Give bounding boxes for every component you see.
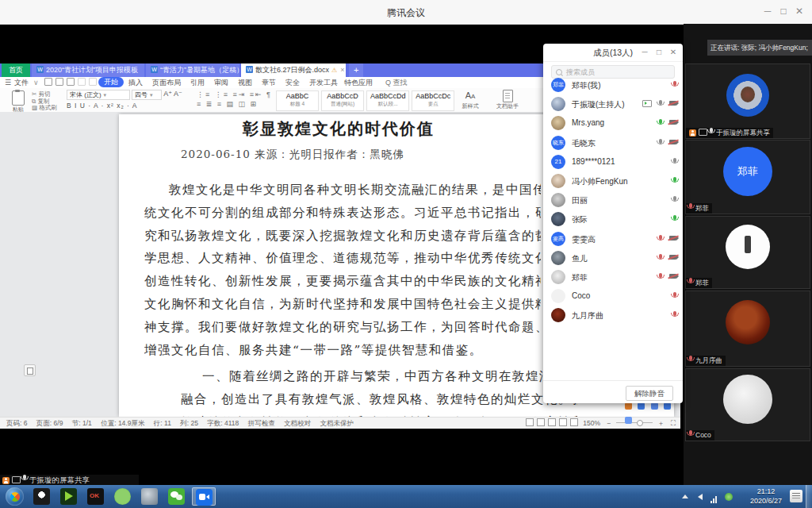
- font-name-select[interactable]: 宋体 (正文)▾: [67, 90, 130, 100]
- member-row[interactable]: 21 189****0121: [543, 152, 683, 171]
- close-icon[interactable]: ✕: [667, 48, 680, 56]
- member-row[interactable]: Mrs.yang: [543, 114, 683, 133]
- video-tile-screenshare[interactable]: 于振璇的屏幕共享: [685, 64, 810, 139]
- toolbar-icon[interactable]: [638, 402, 645, 410]
- mic-icon[interactable]: [673, 196, 676, 201]
- style-default[interactable]: AaBbCcDd默认段...: [366, 90, 409, 111]
- member-row[interactable]: 鱼儿: [543, 248, 683, 267]
- taskbar-app-wechat[interactable]: [165, 487, 189, 506]
- ribbon-tab-security[interactable]: 安全: [285, 77, 300, 88]
- video-tile[interactable]: 郑菲 郑菲: [685, 140, 810, 214]
- paste-button[interactable]: 粘贴: [6, 90, 30, 113]
- volume-icon[interactable]: [698, 494, 703, 500]
- doc-assistant-button[interactable]: 文档助手: [493, 90, 522, 110]
- mic-muted-icon[interactable]: [673, 81, 676, 86]
- member-row[interactable]: 晓东 毛晓东: [543, 133, 683, 152]
- unmute-button[interactable]: 解除静音: [626, 386, 673, 401]
- maximize-icon[interactable]: □: [653, 48, 665, 56]
- new-tab-button[interactable]: +: [349, 64, 363, 77]
- camera-off-icon[interactable]: [669, 274, 676, 279]
- format-painter-button[interactable]: ▨ 格式刷: [32, 105, 57, 112]
- wps-doc-tab-2[interactable]: W“青活力”暑期基地（定稿）: [146, 64, 239, 77]
- tab-close-icon[interactable]: ×: [340, 66, 344, 74]
- network-icon[interactable]: [710, 495, 718, 503]
- status-wordcount[interactable]: 字数: 4118: [207, 419, 239, 427]
- paste-options-floatie[interactable]: [24, 364, 36, 376]
- fullscreen-icon[interactable]: ⛶: [671, 419, 676, 427]
- video-tile[interactable]: 九月序曲: [685, 291, 810, 367]
- minimize-icon[interactable]: ─: [638, 48, 651, 56]
- ribbon-tab-pagelayout[interactable]: 页面布局: [152, 77, 181, 88]
- font-size-select[interactable]: 四号▾: [132, 90, 162, 100]
- zoom-slider-knob[interactable]: [637, 420, 643, 426]
- member-row[interactable]: 张际: [543, 210, 683, 229]
- ribbon-tab-references[interactable]: 引用: [190, 77, 205, 88]
- camera-off-icon[interactable]: [669, 101, 676, 106]
- find-button[interactable]: Q 查找: [385, 77, 408, 88]
- view-mode-icon[interactable]: [537, 418, 545, 426]
- wps-doc-tab-active[interactable]: W散文社6.27日例会.docx⚠×: [241, 64, 346, 77]
- toolbar-icon[interactable]: [625, 417, 632, 424]
- ribbon-tab-special[interactable]: 特色应用: [344, 77, 373, 88]
- member-row[interactable]: 郑菲 郑菲(我): [543, 75, 683, 94]
- hamburger-icon[interactable]: ☰: [5, 77, 11, 88]
- taskbar-app-camera[interactable]: [84, 487, 108, 506]
- minimize-icon[interactable]: ─: [760, 6, 776, 17]
- ime-icon[interactable]: [790, 490, 802, 502]
- view-mode-icon[interactable]: [548, 418, 556, 426]
- zoom-level[interactable]: 150%: [583, 419, 600, 427]
- view-mode-icon[interactable]: [526, 418, 534, 426]
- view-mode-icon[interactable]: [559, 418, 567, 426]
- taskbar-app-qq[interactable]: [30, 487, 54, 506]
- taskbar-app-tencent-meeting[interactable]: [192, 487, 216, 506]
- mic-muted-icon[interactable]: [659, 235, 662, 240]
- save-icon[interactable]: [44, 78, 52, 86]
- mic-icon[interactable]: [659, 100, 662, 105]
- paragraph-group[interactable]: ⋮≡ ⋮≡ ≡⇥ ≡⇤ ¶ ≡ ≣ ≡ ▤ ◫ ⊞: [197, 90, 272, 109]
- taskbar-app-360[interactable]: [111, 487, 135, 506]
- ribbon-tab-section[interactable]: 章节: [262, 77, 276, 88]
- spellcheck-toggle[interactable]: 拼写检查: [248, 419, 275, 427]
- format-tools-row[interactable]: B I U · A · x² x₂ · A: [67, 102, 182, 110]
- toolbar-icon[interactable]: [651, 402, 658, 410]
- grow-shrink-font-icons[interactable]: A⁺ A⁻: [163, 90, 182, 98]
- mic-muted-icon[interactable]: [659, 273, 662, 278]
- screen-share-icon[interactable]: [642, 100, 652, 107]
- mic-muted-icon[interactable]: [673, 292, 676, 297]
- member-row[interactable]: 田丽: [543, 190, 683, 210]
- mic-active-icon[interactable]: [659, 119, 662, 124]
- undo-icon[interactable]: [78, 78, 86, 86]
- file-menu[interactable]: 文件: [14, 77, 29, 88]
- style-normal-web[interactable]: AaBbCcD普通(网站): [321, 90, 364, 111]
- style-keypoint[interactable]: AaBbCcDc要点: [412, 90, 454, 111]
- redo-icon[interactable]: [89, 78, 97, 86]
- camera-off-icon[interactable]: [669, 255, 676, 260]
- mic-icon[interactable]: [659, 139, 662, 144]
- member-row[interactable]: Coco: [543, 287, 683, 306]
- preview-icon[interactable]: [67, 78, 75, 86]
- video-tile[interactable]: Coco: [685, 368, 810, 441]
- video-tile[interactable]: 郑菲: [685, 216, 810, 289]
- taskbar-app-gray[interactable]: [138, 487, 162, 506]
- camera-off-icon[interactable]: [669, 140, 676, 144]
- tray-expand-icon[interactable]: [682, 495, 688, 498]
- ribbon-tab-devtools[interactable]: 开发工具: [309, 77, 338, 88]
- ribbon-tab-review[interactable]: 审阅: [214, 77, 228, 88]
- wps-doc-tab-1[interactable]: W2020“青社计划”项目申报模板: [32, 64, 144, 77]
- maximize-icon[interactable]: □: [776, 6, 791, 17]
- close-icon[interactable]: ✕: [791, 6, 807, 17]
- print-icon[interactable]: [56, 78, 63, 86]
- ribbon-tab-home[interactable]: 开始: [98, 77, 124, 87]
- camera-off-icon[interactable]: [669, 236, 676, 241]
- taskbar-app-player[interactable]: [57, 487, 81, 506]
- member-row[interactable]: 雯高 雯雯高: [543, 229, 683, 248]
- toolbar-icon[interactable]: [625, 402, 632, 410]
- new-style-button[interactable]: AA 新样式: [457, 90, 484, 110]
- mic-icon[interactable]: [673, 158, 676, 163]
- style-heading4[interactable]: AaBbC标题 4: [276, 90, 319, 111]
- taskbar-clock[interactable]: 21:12 2020/6/27: [750, 487, 782, 506]
- zoom-in-button[interactable]: ＋: [657, 419, 665, 427]
- ribbon-tab-insert[interactable]: 插入: [128, 77, 143, 88]
- wps-home-tab[interactable]: 首页: [2, 64, 30, 77]
- mic-muted-icon[interactable]: [659, 254, 662, 259]
